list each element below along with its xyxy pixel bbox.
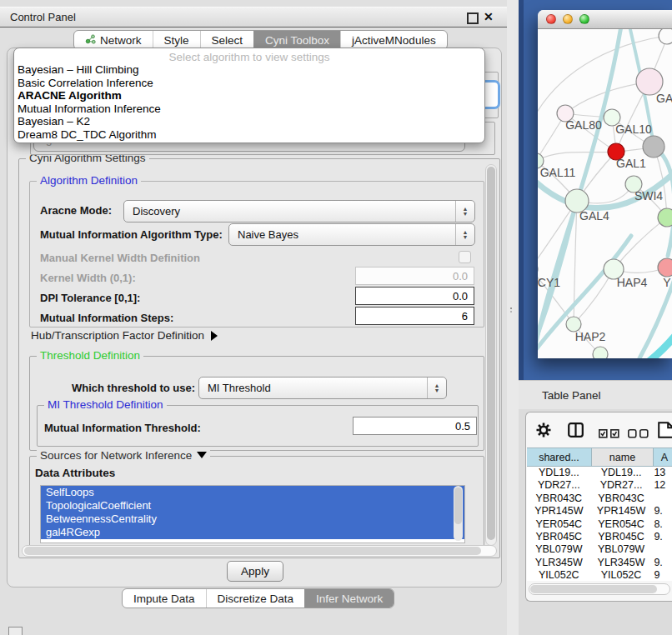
- node-salmon[interactable]: [658, 258, 672, 277]
- mi-type-value: Naive Bayes: [229, 224, 455, 245]
- show-checked-columns-icon[interactable]: [599, 427, 619, 442]
- node-top[interactable]: [659, 29, 672, 44]
- table-cell: 9: [651, 569, 672, 581]
- attribute-item[interactable]: gal4RGexp: [41, 526, 464, 539]
- close-traffic-light-icon[interactable]: [546, 14, 556, 24]
- table-cell: YDL19...: [527, 467, 591, 479]
- node-bottom-green[interactable]: [593, 347, 608, 358]
- network-canvas[interactable]: GALGAL80GAL10GAL1GAL11SWI4GAL4GCY1HAP4YH…: [538, 29, 672, 358]
- network-window-titlebar[interactable]: [538, 10, 672, 29]
- zoom-traffic-light-icon[interactable]: [579, 14, 589, 24]
- close-icon[interactable]: ✕: [484, 10, 494, 23]
- table-row[interactable]: YDR27...YDR27...12: [527, 479, 672, 492]
- settings-vertical-scrollbar[interactable]: [485, 164, 497, 546]
- node-green-right[interactable]: [658, 208, 672, 227]
- algorithm-option[interactable]: Bayesian – K2: [14, 115, 484, 128]
- column-header[interactable]: name: [592, 448, 654, 467]
- mi-threshold-field[interactable]: 0.5: [353, 417, 477, 435]
- attributes-scrollbar[interactable]: [454, 486, 463, 541]
- table-toolbar: [526, 416, 672, 446]
- combo-stepper-icon: ▲▼: [455, 201, 474, 222]
- gear-icon[interactable]: [536, 422, 551, 441]
- splitter-handle-icon[interactable]: [509, 307, 514, 313]
- mi-threshold-group: MI Threshold Definition Mutual Informati…: [37, 405, 479, 447]
- node-swi4-label: SWI4: [634, 189, 663, 202]
- tab-impute-data[interactable]: Impute Data: [123, 589, 206, 608]
- tab-cyni-toolbox[interactable]: Cyni Toolbox: [253, 31, 340, 49]
- tab-jactivemnodules[interactable]: jActiveMNodules: [340, 31, 447, 49]
- attributes-scrollbar-thumb[interactable]: [454, 488, 462, 524]
- settings-horizontal-scrollbar[interactable]: [22, 545, 497, 557]
- network-window[interactable]: GALGAL80GAL10GAL1GAL11SWI4GAL4GCY1HAP4YH…: [538, 10, 672, 358]
- data-attributes-list[interactable]: SelfLoopsTopologicalCoefficientBetweenne…: [40, 485, 465, 543]
- document-icon[interactable]: [658, 422, 672, 442]
- table-panel-header: Table Panel: [519, 380, 672, 409]
- algorithm-option[interactable]: Basic Correlation Inference: [14, 77, 484, 90]
- table-panel-title: Table Panel: [519, 389, 601, 402]
- algorithm-dropdown-popup: Select algorithm to view settings Bayesi…: [13, 48, 485, 143]
- control-panel: Control Panel ✕ NetworkStyleSelectCyni T…: [0, 0, 507, 635]
- expand-arrow-icon: [211, 331, 218, 341]
- network-graph[interactable]: GALGAL80GAL10GAL1GAL11SWI4GAL4GCY1HAP4YH…: [538, 29, 672, 358]
- minimize-traffic-light-icon[interactable]: [563, 14, 573, 24]
- table-row[interactable]: YDL19...YDL19...13: [527, 467, 672, 479]
- settings-hscrollbar-thumb[interactable]: [24, 547, 481, 555]
- dpi-tolerance-field[interactable]: 0.0: [355, 287, 474, 305]
- table-row[interactable]: YBR045CYBR045C9.: [527, 531, 672, 543]
- data-attributes-label: Data Attributes: [35, 467, 115, 479]
- tab-select[interactable]: Select: [200, 31, 254, 49]
- which-threshold-combo[interactable]: MI Threshold ▲▼: [198, 377, 447, 399]
- algorithm-option[interactable]: ARACNE Algorithm: [14, 89, 484, 102]
- collapsed-panel-icon[interactable]: [8, 627, 23, 635]
- table-row[interactable]: YER054CYER054C8.: [527, 518, 672, 531]
- table-cell: YDL19...: [591, 467, 652, 479]
- algorithm-option[interactable]: Bayesian – Hill Climbing: [14, 63, 484, 77]
- apply-button[interactable]: Apply: [227, 561, 283, 582]
- tab-label: Discretize Data: [218, 592, 294, 605]
- mi-type-combo[interactable]: Naive Bayes ▲▼: [228, 223, 475, 246]
- cyni-algorithm-settings-group: Cyni Algorithm Settings Algorithm Defini…: [18, 158, 500, 558]
- tab-discretize-data[interactable]: Discretize Data: [206, 589, 305, 608]
- node-gal11-label: GAL11: [540, 166, 576, 179]
- tab-label: Infer Network: [316, 592, 383, 605]
- table-hscrollbar-thumb[interactable]: [530, 585, 657, 593]
- attribute-item[interactable]: BetweennessCentrality: [41, 512, 464, 526]
- attribute-item[interactable]: SelfLoops: [41, 486, 464, 499]
- dpi-tolerance-label: DPI Tolerance [0,1]:: [40, 292, 140, 304]
- tab-style[interactable]: Style: [153, 31, 200, 49]
- mi-steps-field[interactable]: 6: [355, 307, 474, 325]
- mi-steps-label: Mutual Information Steps:: [40, 312, 173, 324]
- table-cell: YIL052C: [527, 569, 591, 581]
- hide-columns-icon[interactable]: [628, 427, 649, 442]
- mi-threshold-label: Mutual Information Threshold:: [44, 422, 201, 434]
- table-row[interactable]: YPR145WYPR145W9.: [527, 505, 672, 518]
- aracne-mode-combo[interactable]: Discovery ▲▼: [123, 200, 475, 222]
- table-cell: YBR043C: [591, 492, 652, 505]
- tab-label: Select: [212, 34, 243, 47]
- column-header[interactable]: shared...: [527, 448, 592, 467]
- table-row[interactable]: YBL079WYBL079W: [527, 543, 672, 556]
- table-cell: 8.: [651, 518, 672, 531]
- algorithm-option[interactable]: Mutual Information Inference: [14, 102, 484, 116]
- table-row[interactable]: YIL052CYIL052C9: [527, 569, 672, 581]
- panel-splitter[interactable]: [507, 0, 519, 635]
- column-header[interactable]: A: [654, 448, 672, 467]
- control-panel-title: Control Panel: [0, 11, 76, 23]
- table-row[interactable]: YLR345WYLR345W9.: [527, 557, 672, 569]
- hub-definition-toggle[interactable]: Hub/Transcription Factor Definition: [31, 329, 218, 342]
- kernel-width-field[interactable]: 0.0: [355, 267, 474, 285]
- attribute-item[interactable]: TopologicalCoefficient: [41, 499, 464, 512]
- settings-scrollbar-thumb[interactable]: [487, 167, 495, 540]
- split-columns-icon[interactable]: [568, 422, 584, 441]
- node-gray[interactable]: [643, 136, 664, 158]
- network-icon: [85, 34, 96, 47]
- tab-network[interactable]: Network: [74, 31, 153, 49]
- table-horizontal-scrollbar[interactable]: [529, 583, 670, 595]
- table-row[interactable]: YBR043CYBR043C: [527, 492, 672, 505]
- collapse-arrow-icon[interactable]: [197, 452, 207, 458]
- manual-kernel-checkbox[interactable]: [459, 251, 471, 263]
- float-window-icon[interactable]: [467, 12, 479, 24]
- algorithm-option[interactable]: Dream8 DC_TDC Algorithm: [14, 128, 484, 142]
- table-cell: YLR345W: [591, 557, 652, 569]
- tab-infer-network[interactable]: Infer Network: [304, 589, 394, 608]
